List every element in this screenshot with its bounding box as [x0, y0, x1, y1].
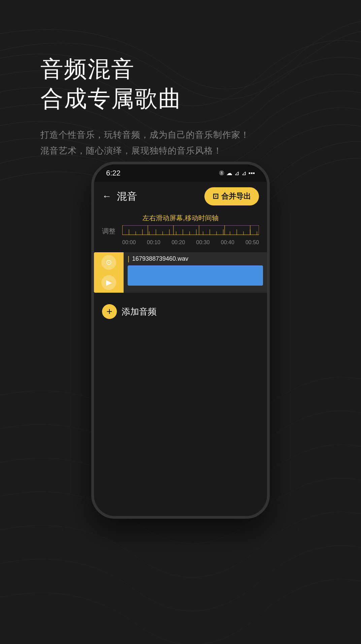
- ruler-wrapper: 00:00 00:10 00:20 00:30 00:40 00:50: [122, 225, 259, 246]
- play-icon: ▶: [106, 278, 112, 287]
- ruler-label-3: 00:30: [196, 239, 210, 246]
- ruler-label-4: 00:40: [221, 239, 234, 246]
- ruler-svg: [122, 225, 259, 237]
- track-content: | 1679388739460.wav: [124, 252, 267, 293]
- track-item: ⊙ ▶ | 1679388739460.wav: [94, 252, 267, 293]
- merge-icon: ⊡: [212, 192, 219, 201]
- hero-content: 音频混音 合成专属歌曲 打造个性音乐，玩转音频，成为自己的音乐制作家！ 混音艺术…: [0, 0, 361, 158]
- status-time: 6:22: [106, 169, 121, 178]
- play-button[interactable]: ▶: [101, 275, 116, 290]
- header-left: ← 混音: [102, 190, 137, 203]
- adjust-label: 调整: [102, 225, 122, 236]
- timeline-section: 左右滑动屏幕,移动时间轴 调整: [94, 211, 267, 249]
- phone-mockup: 6:22 ⑧ ☁ ⊿ ⊿ ▪▪▪ ← 混音 ⊡ 合并导出: [91, 162, 270, 519]
- volume-button[interactable]: ⊙: [101, 255, 116, 270]
- back-button[interactable]: ←: [102, 191, 111, 202]
- phone-notch: [154, 164, 207, 176]
- ruler-labels: 00:00 00:10 00:20 00:30 00:40 00:50: [122, 239, 259, 246]
- track-list: ⊙ ▶ | 1679388739460.wav: [94, 249, 267, 297]
- volume-icon: ⊙: [106, 258, 112, 267]
- track-cursor: |: [128, 255, 129, 263]
- ruler-label-0: 00:00: [122, 239, 136, 246]
- track-waveform[interactable]: [128, 265, 263, 286]
- phone-frame: 6:22 ⑧ ☁ ⊿ ⊿ ▪▪▪ ← 混音 ⊡ 合并导出: [91, 162, 270, 519]
- ruler-label-1: 00:10: [147, 239, 160, 246]
- add-audio-button[interactable]: + 添加音频: [94, 297, 267, 326]
- merge-export-button[interactable]: ⊡ 合并导出: [204, 187, 259, 205]
- app-title: 混音: [117, 190, 137, 203]
- ruler: [122, 225, 259, 239]
- track-controls: ⊙ ▶: [94, 252, 124, 293]
- app-header: ← 混音 ⊡ 合并导出: [94, 182, 267, 211]
- hero-title: 音频混音 合成专属歌曲: [40, 54, 321, 114]
- app-screen: ← 混音 ⊡ 合并导出 左右滑动屏幕,移动时间轴 调整: [94, 182, 267, 516]
- ruler-label-2: 00:20: [171, 239, 185, 246]
- ruler-label-5: 00:50: [245, 239, 259, 246]
- track-name: | 1679388739460.wav: [128, 255, 263, 263]
- ruler-container[interactable]: 调整: [94, 225, 267, 246]
- timeline-hint: 左右滑动屏幕,移动时间轴: [94, 214, 267, 223]
- hero-subtitle: 打造个性音乐，玩转音频，成为自己的音乐制作家！ 混音艺术，随心演绎，展现独特的音…: [40, 127, 321, 159]
- svg-rect-1: [122, 225, 259, 235]
- add-icon: +: [102, 304, 117, 319]
- status-icons: ⑧ ☁ ⊿ ⊿ ▪▪▪: [219, 169, 255, 177]
- add-audio-label: 添加音频: [122, 306, 157, 318]
